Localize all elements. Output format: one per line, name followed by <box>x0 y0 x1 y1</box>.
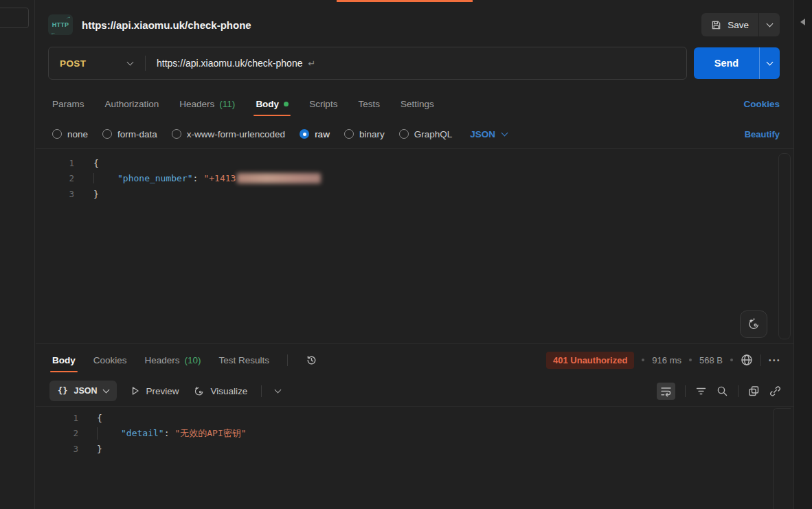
save-options-button[interactable] <box>759 13 780 36</box>
sidebar-partial-item[interactable] <box>0 8 29 28</box>
main-panel: → HTTP ← https://api.xiaomu.uk/check-pho… <box>36 0 793 509</box>
response-size[interactable]: 568 B <box>699 355 723 365</box>
body-type-graphql[interactable]: GraphQL <box>399 129 453 139</box>
code-token: { <box>97 413 102 423</box>
format-label: JSON <box>74 386 97 396</box>
body-type-form-data[interactable]: form-data <box>102 129 157 139</box>
dot-separator <box>689 359 692 361</box>
tab-params[interactable]: Params <box>52 88 84 120</box>
http-badge-label: HTTP <box>52 21 69 28</box>
code-line: 2 "detail" : "无效的API密钥" <box>36 426 793 442</box>
request-body-editor[interactable]: 1 { 2 "phone_number" : "+1413 3 } <box>36 148 793 343</box>
filter-button[interactable] <box>695 385 707 397</box>
code-line: 3 } <box>36 441 793 457</box>
tab-scripts[interactable]: Scripts <box>309 88 337 120</box>
cookies-link[interactable]: Cookies <box>743 99 780 109</box>
wrap-text-button[interactable] <box>657 383 675 400</box>
tab-settings[interactable]: Settings <box>401 88 434 120</box>
body-type-binary[interactable]: binary <box>344 129 385 139</box>
tab-label: Authorization <box>105 99 159 109</box>
response-time[interactable]: 916 ms <box>652 355 681 365</box>
active-tab-underline <box>50 371 78 372</box>
body-type-raw[interactable]: raw <box>300 129 330 139</box>
more-options-icon[interactable]: ••• <box>769 357 781 364</box>
postbot-button[interactable] <box>740 310 767 338</box>
code-token: : <box>164 428 170 438</box>
radio-label: x-www-form-urlencoded <box>187 129 285 139</box>
response-panel: Body Cookies Headers (10) Test Results <box>36 343 793 509</box>
tab-headers[interactable]: Headers (11) <box>179 88 235 120</box>
chevron-down-icon[interactable] <box>275 386 282 393</box>
request-tabs: Params Authorization Headers (11) Body S… <box>36 88 793 120</box>
preview-button[interactable]: Preview <box>131 386 179 396</box>
tab-body[interactable]: Body <box>256 88 289 120</box>
dot-separator <box>642 359 644 361</box>
arrow-left-icon: ← <box>49 29 56 36</box>
save-button[interactable]: Save <box>701 13 758 36</box>
divider <box>685 385 686 397</box>
raw-format-selector[interactable]: JSON <box>470 129 507 139</box>
code-token: { <box>93 158 99 168</box>
tab-label: Body <box>52 355 76 365</box>
request-title: https://api.xiaomu.uk/check-phone <box>82 19 251 31</box>
redacted-value-blur <box>237 173 321 183</box>
response-tab-test-results[interactable]: Test Results <box>219 344 270 376</box>
copy-button[interactable] <box>748 385 760 397</box>
send-button[interactable]: Send <box>694 47 759 79</box>
chevron-down-icon <box>102 386 109 393</box>
body-type-urlencoded[interactable]: x-www-form-urlencoded <box>172 129 285 139</box>
network-info-button[interactable] <box>741 354 753 366</box>
indent-guide <box>97 427 121 440</box>
response-tab-cookies[interactable]: Cookies <box>93 344 127 376</box>
divider <box>261 385 262 397</box>
response-meta: 401 Unauthorized 916 ms 568 B ••• <box>546 352 781 369</box>
body-type-none[interactable]: none <box>52 129 88 139</box>
line-number: 3 <box>36 444 78 454</box>
globe-icon <box>741 354 753 366</box>
url-box: POST https://api.xiaomu.uk/check-phone ↵ <box>48 47 687 80</box>
beautify-link[interactable]: Beautify <box>745 129 780 139</box>
url-input[interactable]: https://api.xiaomu.uk/check-phone ↵ <box>146 58 315 69</box>
save-icon <box>711 20 721 30</box>
filter-icon <box>695 385 707 397</box>
search-button[interactable] <box>717 385 728 397</box>
visualize-button[interactable]: Visualize <box>193 385 248 397</box>
chevron-down-icon <box>767 58 774 65</box>
json-value: "无效的API密钥" <box>174 427 246 440</box>
radio-icon <box>52 129 62 139</box>
return-key-icon: ↵ <box>308 58 315 69</box>
response-body-editor[interactable]: 1 { 2 "detail" : "无效的API密钥" 3 } <box>36 406 793 509</box>
code-token: } <box>93 189 99 199</box>
url-value: https://api.xiaomu.uk/check-phone <box>157 58 302 69</box>
code-line: 1 { <box>36 155 793 171</box>
response-editor-tools <box>657 383 781 400</box>
response-format-selector[interactable]: {} JSON <box>49 381 117 401</box>
scrollbar-track[interactable] <box>773 408 791 509</box>
modified-dot-icon <box>284 102 289 106</box>
tab-label: Test Results <box>219 355 270 365</box>
share-link-button[interactable] <box>769 385 781 397</box>
status-badge[interactable]: 401 Unauthorized <box>546 352 634 369</box>
response-tab-body[interactable]: Body <box>52 344 76 376</box>
response-history-button[interactable] <box>306 354 317 366</box>
tab-label: Scripts <box>309 99 337 109</box>
visualize-label: Visualize <box>211 386 248 396</box>
wrap-text-icon <box>660 385 672 397</box>
tab-tests[interactable]: Tests <box>358 88 380 120</box>
line-number: 1 <box>36 413 78 423</box>
copy-icon <box>748 385 760 397</box>
collapse-arrow-icon <box>800 19 805 25</box>
method-selector[interactable]: POST <box>49 58 145 69</box>
history-clock-icon <box>306 354 317 366</box>
right-collapsed-panel[interactable] <box>793 0 812 509</box>
tab-authorization[interactable]: Authorization <box>105 88 159 120</box>
response-tab-headers[interactable]: Headers (10) <box>145 344 201 376</box>
indent-guide <box>93 173 117 183</box>
save-button-group: Save <box>701 13 780 36</box>
postman-window: → HTTP ← https://api.xiaomu.uk/check-pho… <box>0 0 812 509</box>
send-options-button[interactable] <box>759 47 780 79</box>
line-number: 3 <box>36 189 74 199</box>
scrollbar-track[interactable] <box>778 153 791 339</box>
tab-label: Headers <box>145 355 180 365</box>
request-bar: POST https://api.xiaomu.uk/check-phone ↵… <box>36 44 793 88</box>
